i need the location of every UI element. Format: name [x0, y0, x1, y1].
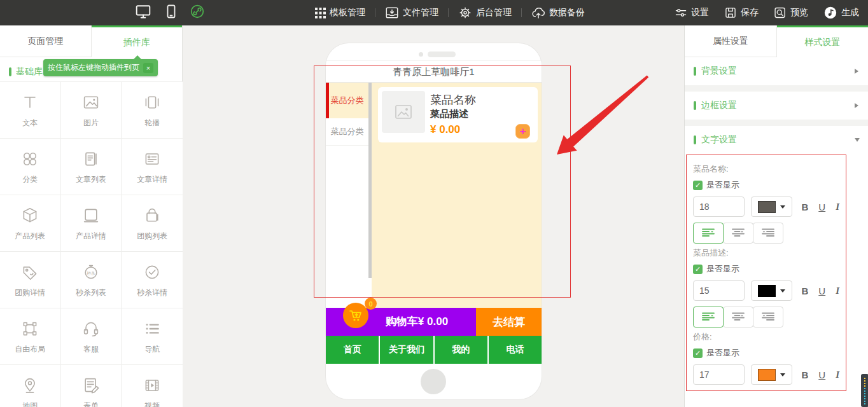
widget-item-seckill-list[interactable]: 秒杀秒杀列表 [61, 252, 122, 308]
font-size-input[interactable] [693, 197, 745, 217]
editor-canvas: 青青原上草咖啡厅1 菜品分类 菜品分类 菜品名称 菜品描述 ¥ 0.00 + 购 [183, 25, 684, 407]
tab-style-settings[interactable]: 样式设置 [777, 25, 868, 57]
cloud-upload-icon [531, 6, 545, 20]
mobile-preview-icon[interactable] [163, 4, 178, 22]
app-title: 青青原上草咖啡厅1 [326, 61, 542, 83]
section-border-settings[interactable]: 边框设置 [685, 92, 868, 120]
nav-item[interactable]: 我的 [435, 336, 489, 364]
save-button[interactable]: 保存 [724, 6, 759, 19]
phone-home-button [421, 369, 446, 394]
align-left-button[interactable] [693, 307, 724, 328]
tab-page-manage[interactable]: 页面管理 [0, 25, 92, 57]
align-left-button[interactable] [693, 223, 724, 244]
menu-data-backup[interactable]: 数据备份 [531, 6, 585, 20]
category-tab[interactable]: 菜品分类 [326, 118, 368, 146]
menu-content-area: 菜品名称 菜品描述 ¥ 0.00 + [372, 83, 542, 308]
color-dropdown[interactable] [751, 197, 792, 217]
category-icon [20, 149, 40, 169]
action-label: 保存 [741, 7, 759, 18]
font-size-input[interactable] [693, 364, 745, 385]
category-tab-active[interactable]: 菜品分类 [326, 83, 368, 118]
underline-button[interactable]: U [818, 202, 825, 212]
align-right-button[interactable] [753, 223, 783, 244]
desktop-preview-icon[interactable] [135, 3, 151, 22]
menu-backend-manage[interactable]: 后台管理 [458, 6, 512, 20]
section-bar [694, 67, 696, 76]
generate-button[interactable]: 生成 [823, 6, 859, 20]
widget-item-groupbuy-detail[interactable]: 团购详情 [0, 252, 61, 308]
align-center-button[interactable] [723, 307, 753, 328]
nav-item[interactable]: 首页 [326, 336, 380, 364]
show-checkbox[interactable]: ✓ [693, 181, 703, 190]
widget-item-product-detail[interactable]: 产品详情 [61, 195, 122, 252]
color-dropdown[interactable] [751, 364, 792, 385]
settings-button[interactable]: 设置 [675, 6, 709, 19]
widget-label: 产品详情 [76, 231, 106, 242]
italic-button[interactable]: I [836, 369, 839, 380]
widget-item-free-layout[interactable]: 自由布局 [0, 308, 61, 365]
align-center-button[interactable] [723, 223, 753, 244]
widget-item-groupbuy-list[interactable]: 团购列表 [122, 195, 183, 252]
phone-speaker [428, 52, 456, 57]
widget-item-map[interactable]: 地图 [0, 365, 61, 407]
color-dropdown[interactable] [751, 280, 792, 301]
widget-item-text[interactable]: 文本 [0, 82, 61, 139]
section-background-settings[interactable]: 背景设置 [685, 57, 868, 85]
show-checkbox[interactable]: ✓ [693, 348, 703, 358]
section-label: 边框设置 [701, 100, 737, 111]
scrollbar-thumb[interactable] [861, 374, 868, 407]
checkout-button[interactable]: 去结算 [476, 308, 542, 336]
menu-file-manage[interactable]: 文件管理 [385, 6, 438, 20]
dish-name: 菜品名称 [430, 92, 476, 107]
generate-icon [823, 6, 837, 20]
bold-button[interactable]: B [801, 369, 808, 380]
italic-button[interactable]: I [836, 286, 839, 296]
widget-item-form[interactable]: 表单 [61, 365, 122, 407]
widget-item-nav[interactable]: 导航 [122, 308, 183, 365]
underline-button[interactable]: U [818, 286, 825, 296]
underline-button[interactable]: U [818, 369, 825, 380]
dish-card[interactable]: 菜品名称 菜品描述 ¥ 0.00 + [378, 87, 538, 142]
section-bar [9, 67, 11, 76]
section-text-settings[interactable]: 文字设置 [685, 126, 868, 154]
widget-label: 秒杀列表 [76, 287, 106, 298]
widget-label: 文本 [22, 118, 38, 128]
align-right-button[interactable] [753, 307, 783, 328]
widget-item-service[interactable]: 客服 [61, 308, 122, 365]
widget-item-product-list[interactable]: 产品列表 [0, 195, 61, 252]
menu-template-manage[interactable]: 模板管理 [315, 7, 365, 18]
tooltip-text: 按住鼠标左键拖动插件到页 [48, 62, 139, 73]
close-icon[interactable]: × [143, 63, 153, 73]
bold-button[interactable]: B [801, 202, 808, 212]
link-icon[interactable] [190, 4, 205, 22]
groupbuy-list-icon [142, 205, 162, 226]
add-to-cart-button[interactable]: + [515, 124, 530, 139]
section-label: 文字设置 [701, 134, 737, 146]
show-checkbox[interactable]: ✓ [693, 265, 703, 274]
tab-attribute-settings[interactable]: 属性设置 [685, 25, 777, 57]
cart-icon[interactable] [343, 303, 368, 328]
widget-item-seckill-detail[interactable]: 秒杀详情 [122, 252, 183, 308]
tab-plugin-library[interactable]: 插件库 [92, 25, 183, 57]
widget-item-article-list[interactable]: 文章列表 [61, 139, 122, 195]
group-dish-desc: 菜品描述: ✓ 是否显示 B U I [693, 247, 839, 328]
settings-panel: 属性设置 样式设置 背景设置 边框设置 文字设置 菜品名称: ✓ [684, 25, 868, 407]
color-swatch [758, 201, 776, 213]
widget-label: 团购详情 [15, 287, 45, 298]
nav-item[interactable]: 关于我们 [380, 336, 434, 364]
nav-item[interactable]: 电话 [489, 336, 542, 364]
widget-item-carousel[interactable]: 轮播 [122, 82, 183, 139]
widget-item-article-detail[interactable]: 文章详情 [122, 139, 183, 195]
widget-item-video[interactable]: 视频 [122, 365, 183, 407]
caret-down-icon [780, 373, 785, 376]
italic-button[interactable]: I [836, 202, 839, 212]
scrollbar-stripe [864, 388, 865, 404]
widget-label: 分类 [22, 174, 38, 185]
font-size-input[interactable] [693, 280, 745, 301]
widget-item-image[interactable]: 图片 [61, 82, 122, 139]
preview-button[interactable]: 预览 [774, 6, 808, 19]
bold-button[interactable]: B [801, 286, 808, 296]
widget-item-category[interactable]: 分类 [0, 139, 61, 195]
color-swatch [758, 285, 776, 297]
show-label: 是否显示 [706, 179, 739, 191]
